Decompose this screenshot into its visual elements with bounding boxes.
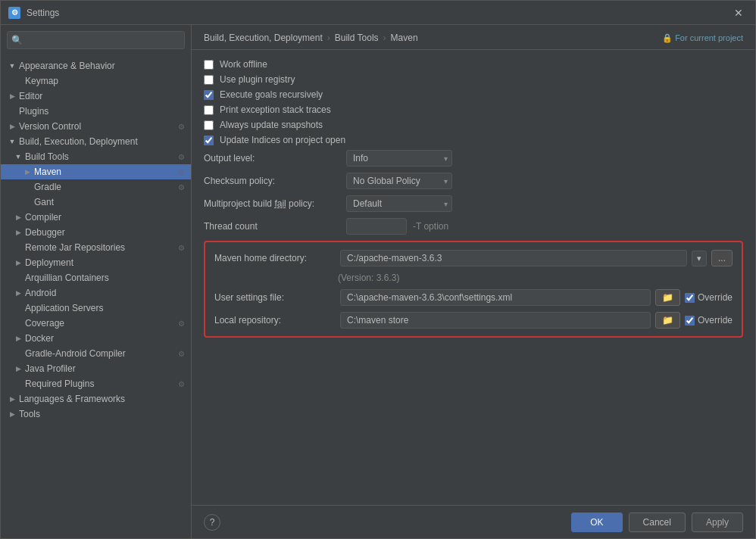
user-settings-browse-button[interactable]: 📁 bbox=[655, 289, 680, 306]
local-repository-input[interactable] bbox=[340, 312, 651, 329]
sidebar-item-remote-jar-repositories[interactable]: Remote Jar Repositories ⚙ bbox=[1, 240, 191, 255]
spacer-icon bbox=[13, 273, 23, 283]
sidebar-item-label: Version Control bbox=[19, 121, 81, 132]
sidebar-item-label: Docker bbox=[25, 333, 54, 344]
sidebar-item-editor[interactable]: ▶ Editor bbox=[1, 89, 191, 104]
user-settings-override-row: Override bbox=[685, 292, 733, 303]
maven-home-browse-button[interactable]: ... bbox=[711, 250, 733, 266]
spacer-icon bbox=[7, 106, 17, 117]
spacer-icon bbox=[13, 303, 23, 313]
maven-home-dropdown-button[interactable]: ▾ bbox=[692, 251, 707, 266]
arrow-icon: ▼ bbox=[7, 61, 17, 71]
arrow-icon: ▶ bbox=[7, 121, 17, 132]
window-title: Settings bbox=[27, 8, 729, 18]
sidebar-item-tools[interactable]: ▶ Tools bbox=[1, 407, 191, 422]
sidebar-item-deployment[interactable]: ▶ Deployment bbox=[1, 255, 191, 270]
sidebar-item-label: Build Tools bbox=[25, 151, 69, 162]
sidebar-item-version-control[interactable]: ▶ Version Control ⚙ bbox=[1, 119, 191, 134]
output-level-select[interactable]: Info Debug Warn Error bbox=[346, 150, 452, 167]
sidebar-item-required-plugins[interactable]: Required Plugins ⚙ bbox=[1, 376, 191, 391]
help-button[interactable]: ? bbox=[204, 514, 220, 531]
user-settings-override-label[interactable]: Override bbox=[698, 292, 733, 303]
maven-home-directory-label: Maven home directory: bbox=[214, 253, 336, 263]
local-repository-override-label[interactable]: Override bbox=[698, 315, 733, 326]
sidebar-item-build-tools[interactable]: ▼ Build Tools ⚙ bbox=[1, 149, 191, 164]
sidebar-item-languages-frameworks[interactable]: ▶ Languages & Frameworks bbox=[1, 391, 191, 407]
user-settings-override-checkbox[interactable] bbox=[685, 293, 695, 303]
update-indices-checkbox[interactable] bbox=[204, 136, 214, 145]
spacer-icon bbox=[13, 348, 23, 359]
cancel-button[interactable]: Cancel bbox=[629, 513, 686, 532]
update-indices-label[interactable]: Update Indices on project open bbox=[220, 135, 345, 145]
arrow-icon: ▶ bbox=[22, 167, 33, 177]
sidebar-item-maven[interactable]: ▶ Maven ⚙ bbox=[1, 164, 191, 179]
sidebar-item-appearance-behavior[interactable]: ▼ Appearance & Behavior bbox=[1, 58, 191, 73]
output-level-select-wrapper: Info Debug Warn Error ▾ bbox=[346, 150, 452, 167]
ok-button[interactable]: OK bbox=[571, 513, 622, 532]
for-current-project-link[interactable]: 🔒 For current project bbox=[662, 33, 743, 43]
local-repository-override-checkbox[interactable] bbox=[685, 316, 695, 326]
sidebar-item-label: Compiler bbox=[25, 212, 61, 223]
thread-count-label: Thread count bbox=[204, 221, 340, 232]
arrow-icon: ▶ bbox=[13, 212, 23, 223]
sidebar-item-keymap[interactable]: Keymap bbox=[1, 73, 191, 89]
sidebar-item-label: Appearance & Behavior bbox=[19, 61, 115, 71]
sidebar-item-debugger[interactable]: ▶ Debugger bbox=[1, 225, 191, 240]
always-update-label[interactable]: Always update snapshots bbox=[220, 120, 323, 130]
print-exception-label[interactable]: Print exception stack traces bbox=[220, 104, 331, 115]
output-level-label: Output level: bbox=[204, 153, 340, 164]
execute-goals-row: Execute goals recursively bbox=[204, 89, 743, 100]
sidebar-item-label: Debugger bbox=[25, 227, 65, 238]
arrow-icon: ▶ bbox=[13, 363, 23, 374]
work-offline-label[interactable]: Work offline bbox=[220, 59, 267, 70]
maven-home-directory-row: Maven home directory: ▾ ... bbox=[214, 250, 733, 266]
sidebar-item-plugins[interactable]: Plugins bbox=[1, 104, 191, 119]
arrow-icon: ▶ bbox=[7, 409, 17, 419]
sidebar-item-label: Required Plugins bbox=[25, 379, 94, 389]
sidebar-item-arquillian-containers[interactable]: Arquillian Containers bbox=[1, 270, 191, 285]
search-input[interactable] bbox=[7, 31, 185, 49]
breadcrumb-part-3: Maven bbox=[391, 33, 418, 43]
sidebar-item-compiler[interactable]: ▶ Compiler bbox=[1, 210, 191, 225]
spacer-icon bbox=[13, 76, 23, 86]
sidebar-item-gradle[interactable]: Gradle ⚙ bbox=[1, 179, 191, 195]
maven-home-directory-input[interactable] bbox=[340, 250, 687, 266]
checksum-policy-row: Checksum policy: No Global Policy Fail W… bbox=[204, 173, 743, 189]
sidebar-item-docker[interactable]: ▶ Docker bbox=[1, 331, 191, 346]
thread-count-input[interactable] bbox=[346, 218, 407, 235]
sidebar-item-gradle-android-compiler[interactable]: Gradle-Android Compiler ⚙ bbox=[1, 346, 191, 361]
sidebar-item-java-profiler[interactable]: ▶ Java Profiler bbox=[1, 361, 191, 376]
breadcrumb-arrow-2: › bbox=[383, 33, 386, 43]
close-button[interactable]: ✕ bbox=[729, 5, 748, 20]
print-exception-checkbox[interactable] bbox=[204, 105, 214, 115]
use-plugin-registry-row: Use plugin registry bbox=[204, 74, 743, 85]
sidebar-item-label: Java Profiler bbox=[25, 363, 76, 374]
sidebar-item-label: Android bbox=[25, 288, 56, 298]
local-repository-browse-button[interactable]: 📁 bbox=[655, 312, 680, 329]
always-update-checkbox[interactable] bbox=[204, 120, 214, 130]
sidebar-item-gant[interactable]: Gant bbox=[1, 195, 191, 210]
breadcrumb-arrow-1: › bbox=[327, 33, 330, 43]
multiproject-build-fail-select[interactable]: Default Fail At End Fail Never bbox=[346, 195, 452, 212]
use-plugin-registry-label[interactable]: Use plugin registry bbox=[220, 74, 295, 85]
main-panel: Build, Execution, Deployment › Build Too… bbox=[192, 25, 755, 538]
sidebar-item-android[interactable]: ▶ Android bbox=[1, 285, 191, 301]
sidebar-item-label: Gradle-Android Compiler bbox=[25, 348, 126, 359]
footer-bar: ? OK Cancel Apply bbox=[192, 505, 755, 538]
checksum-policy-select[interactable]: No Global Policy Fail Warn Ignore bbox=[346, 173, 452, 189]
thread-count-row: Thread count -T option bbox=[204, 218, 743, 235]
footer-buttons: OK Cancel Apply bbox=[571, 513, 743, 532]
gear-icon: ⚙ bbox=[178, 380, 185, 388]
breadcrumb-part-1: Build, Execution, Deployment bbox=[204, 33, 323, 43]
user-settings-file-input[interactable] bbox=[340, 289, 651, 306]
use-plugin-registry-checkbox[interactable] bbox=[204, 75, 214, 85]
sidebar-item-build-execution-deployment[interactable]: ▼ Build, Execution, Deployment bbox=[1, 134, 191, 149]
gear-icon: ⚙ bbox=[178, 123, 185, 131]
execute-goals-checkbox[interactable] bbox=[204, 90, 214, 100]
sidebar-item-coverage[interactable]: Coverage ⚙ bbox=[1, 316, 191, 331]
apply-button[interactable]: Apply bbox=[692, 513, 743, 532]
sidebar-item-label: Build, Execution, Deployment bbox=[19, 136, 138, 147]
sidebar-item-application-servers[interactable]: Application Servers bbox=[1, 301, 191, 316]
work-offline-checkbox[interactable] bbox=[204, 60, 214, 70]
execute-goals-label[interactable]: Execute goals recursively bbox=[220, 89, 323, 100]
